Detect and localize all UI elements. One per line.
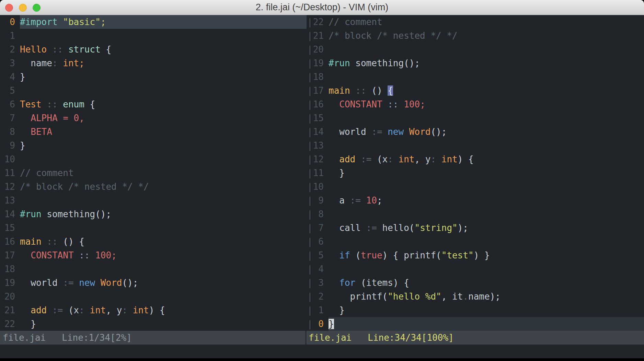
code-line[interactable]: 21 add := (x: int, y: int) {: [0, 303, 307, 317]
line-number: 14: [4, 207, 15, 221]
code-line[interactable]: 4}: [0, 70, 307, 84]
line-number: 14: [313, 125, 324, 139]
minimize-button-icon[interactable]: [19, 4, 27, 12]
line-number: 17: [4, 248, 15, 262]
line-number: 4: [4, 70, 15, 84]
code-line[interactable]: |17main :: () {: [307, 84, 644, 97]
window-bottom-edge: [0, 358, 644, 361]
left-editor-pane[interactable]: 0#import "basic";12Hello :: struct {3 na…: [0, 15, 307, 331]
line-number: 20: [4, 290, 15, 303]
code-line[interactable]: 18: [0, 262, 307, 276]
code-line[interactable]: |13: [307, 139, 644, 152]
code-line[interactable]: 16main :: () {: [0, 235, 307, 248]
line-number: 12: [313, 152, 324, 166]
vertical-split-separator: |: [307, 43, 313, 56]
vertical-split-separator: |: [307, 29, 313, 43]
vertical-split-separator: |: [307, 15, 313, 29]
code-line[interactable]: |14 world := new Word();: [307, 125, 644, 139]
code-line[interactable]: 9}: [0, 139, 307, 152]
code-line[interactable]: 17 CONSTANT :: 100;: [0, 248, 307, 262]
code-text: Hello :: struct {: [20, 43, 307, 56]
code-text: }: [329, 317, 644, 331]
code-text: for (items) {: [329, 276, 644, 290]
code-line[interactable]: 12/* block /* nested */ */: [0, 180, 307, 194]
right-editor-pane[interactable]: |22// comment|21/* block /* nested */ */…: [307, 15, 644, 331]
code-line[interactable]: 5: [0, 84, 307, 97]
vim-statusline: file.jai Line:1/34[2%] file.jai Line:34/…: [0, 331, 644, 345]
code-text: CONSTANT :: 100;: [329, 97, 644, 111]
code-text: // comment: [20, 166, 307, 180]
code-text: ALPHA = 0,: [20, 111, 307, 125]
code-line[interactable]: 6Test :: enum {: [0, 97, 307, 111]
code-line[interactable]: |3 for (items) {: [307, 276, 644, 290]
vertical-split-separator: |: [307, 317, 313, 331]
code-text: /* block /* nested */ */: [329, 29, 644, 43]
code-line[interactable]: 1: [0, 29, 307, 43]
code-text: world := new Word();: [20, 276, 307, 290]
vertical-split-separator: |: [307, 276, 313, 290]
code-line[interactable]: |9 a := 10;: [307, 194, 644, 207]
code-line[interactable]: |8: [307, 207, 644, 221]
line-number: 16: [313, 97, 324, 111]
code-line[interactable]: |21/* block /* nested */ */: [307, 29, 644, 43]
code-line[interactable]: |6: [307, 235, 644, 248]
code-line[interactable]: |15: [307, 111, 644, 125]
code-line[interactable]: |22// comment: [307, 15, 644, 29]
code-line[interactable]: |2 printf("hello %d", it.name);: [307, 290, 644, 303]
line-number: 2: [313, 290, 324, 303]
code-line[interactable]: |19#run something();: [307, 56, 644, 70]
code-line[interactable]: |7 call := hello("string");: [307, 221, 644, 235]
line-number: 8: [313, 207, 324, 221]
code-text: [20, 221, 307, 235]
code-line[interactable]: 15: [0, 221, 307, 235]
code-line[interactable]: 2Hello :: struct {: [0, 43, 307, 56]
code-line[interactable]: |11 }: [307, 166, 644, 180]
code-text: /* block /* nested */ */: [20, 180, 307, 194]
code-line[interactable]: 13: [0, 194, 307, 207]
vim-editor: 0#import "basic";12Hello :: struct {3 na…: [0, 15, 644, 331]
code-line[interactable]: 7 ALPHA = 0,: [0, 111, 307, 125]
code-line[interactable]: 22 }: [0, 317, 307, 331]
code-line[interactable]: |4: [307, 262, 644, 276]
code-text: main :: () {: [329, 84, 644, 97]
code-line[interactable]: |5 if (true) { printf("test") }: [307, 248, 644, 262]
left-status-position: Line:1/34[2%]: [62, 331, 132, 345]
line-number: 20: [313, 43, 324, 56]
vertical-split-separator: |: [307, 139, 313, 152]
line-number: 3: [4, 56, 15, 70]
line-number: 7: [4, 111, 15, 125]
vertical-split-separator: |: [307, 303, 313, 317]
code-line[interactable]: 11// comment: [0, 166, 307, 180]
code-text: #import "basic";: [20, 15, 307, 29]
vertical-split-separator: |: [307, 56, 313, 70]
vertical-split-separator: |: [307, 152, 313, 166]
code-line[interactable]: |20: [307, 43, 644, 56]
vertical-split-separator: |: [307, 221, 313, 235]
code-line-cursor[interactable]: 0#import "basic";: [0, 15, 307, 29]
code-line[interactable]: 3 name: int;: [0, 56, 307, 70]
code-line[interactable]: 19 world := new Word();: [0, 276, 307, 290]
close-button-icon[interactable]: [5, 4, 13, 12]
code-line[interactable]: 20: [0, 290, 307, 303]
block-cursor: }: [329, 319, 334, 329]
code-line[interactable]: |18: [307, 70, 644, 84]
vertical-split-separator: |: [307, 84, 313, 97]
code-text: }: [20, 317, 307, 331]
code-line[interactable]: |1 }: [307, 303, 644, 317]
code-line[interactable]: |16 CONSTANT :: 100;: [307, 97, 644, 111]
line-number: 11: [4, 166, 15, 180]
code-line[interactable]: 14#run something();: [0, 207, 307, 221]
line-number: 13: [313, 139, 324, 152]
zoom-button-icon[interactable]: [33, 4, 41, 12]
code-text: printf("hello %d", it.name);: [329, 290, 644, 303]
code-line[interactable]: |10: [307, 180, 644, 194]
code-text: [329, 207, 644, 221]
code-line-cursor[interactable]: |0}: [307, 317, 644, 331]
line-number: 5: [4, 84, 15, 97]
window-titlebar[interactable]: 2. file.jai (~/Desktop) - VIM (vim): [0, 0, 644, 15]
code-line[interactable]: |12 add := (x: int, y: int) {: [307, 152, 644, 166]
code-line[interactable]: 10: [0, 152, 307, 166]
code-text: [20, 194, 307, 207]
code-line[interactable]: 8 BETA: [0, 125, 307, 139]
matched-brace-highlight: {: [388, 85, 393, 96]
